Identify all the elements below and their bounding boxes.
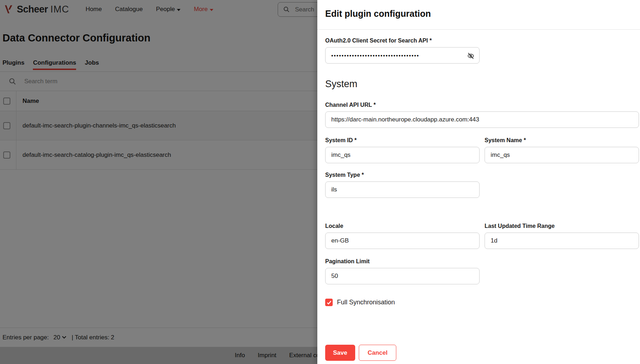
panel-title: Edit plugin configuration — [325, 8, 632, 20]
system-type-field: System Type * — [325, 172, 480, 198]
locale-timerange-row: Locale Last Updated Time Range — [325, 223, 639, 249]
full-synchronisation-checkbox[interactable] — [325, 299, 333, 306]
full-synchronisation-checkbox-row[interactable]: Full Synchronisation — [325, 299, 639, 306]
system-id-name-row: System ID * System Name * — [325, 137, 639, 163]
app-screen: Scheer IMC Home Catalogue People More — [0, 0, 640, 364]
locale-field: Locale — [325, 223, 480, 249]
system-id-label: System ID * — [325, 137, 480, 144]
panel-header: Edit plugin configuration — [317, 0, 640, 30]
panel-actions: Save Cancel — [325, 345, 396, 361]
pagination-limit-input[interactable] — [325, 268, 480, 284]
locale-label: Locale — [325, 223, 480, 229]
oauth-secret-input[interactable] — [325, 47, 480, 64]
channel-api-url-label: Channel API URL * — [325, 102, 639, 108]
system-type-label: System Type * — [325, 172, 480, 178]
system-name-input[interactable] — [485, 147, 639, 163]
checkmark-icon — [327, 300, 332, 305]
last-updated-time-range-input[interactable] — [485, 233, 639, 249]
pagination-limit-field: Pagination Limit — [325, 258, 480, 284]
oauth-secret-label: OAuth2.0 Client Secret for Search API * — [325, 38, 639, 44]
cancel-button[interactable]: Cancel — [359, 345, 397, 361]
system-name-field: System Name * — [485, 137, 639, 163]
system-id-input[interactable] — [325, 147, 480, 163]
locale-input[interactable] — [325, 233, 480, 249]
last-updated-time-range-label: Last Updated Time Range — [485, 223, 639, 229]
system-section-heading: System — [325, 79, 639, 90]
system-type-input[interactable] — [325, 181, 480, 198]
pagination-limit-label: Pagination Limit — [325, 258, 480, 265]
channel-api-url-input[interactable] — [325, 111, 639, 128]
panel-body: OAuth2.0 Client Secret for Search API * … — [317, 30, 640, 306]
eye-slash-icon — [467, 52, 475, 60]
system-name-label: System Name * — [485, 137, 639, 144]
save-button[interactable]: Save — [325, 345, 355, 361]
toggle-secret-visibility-button[interactable] — [466, 51, 475, 60]
system-id-field: System ID * — [325, 137, 480, 163]
full-synchronisation-label: Full Synchronisation — [337, 299, 395, 306]
edit-plugin-configuration-panel: Edit plugin configuration OAuth2.0 Clien… — [317, 0, 640, 364]
oauth-secret-field-wrap — [325, 47, 480, 64]
last-updated-time-range-field: Last Updated Time Range — [485, 223, 639, 249]
